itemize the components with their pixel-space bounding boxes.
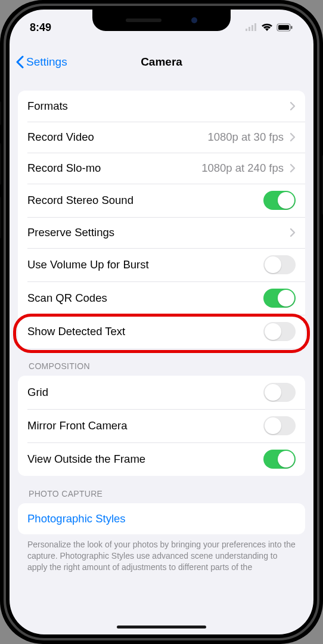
row-preserve-settings[interactable]: Preserve Settings [18,217,305,248]
svg-rect-5 [278,25,289,30]
label: Use Volume Up for Burst [27,258,257,271]
row-view-outside-frame: View Outside the Frame [18,442,305,476]
wifi-icon [261,23,273,32]
chevron-right-icon [290,163,296,173]
label: Record Video [27,131,201,144]
row-formats[interactable]: Formats [18,91,305,122]
label: View Outside the Frame [27,453,257,466]
svg-rect-1 [249,27,250,31]
section-header-photo-capture: PHOTO CAPTURE [12,476,311,503]
section-footer-text: Personalize the look of your photos by b… [12,534,311,573]
svg-rect-2 [251,25,253,31]
back-label: Settings [26,55,67,69]
row-volume-up-burst: Use Volume Up for Burst [18,248,305,281]
cellular-icon [246,23,257,32]
back-button[interactable]: Settings [15,55,67,69]
row-show-detected-text: Show Detected Text [18,315,305,348]
nav-bar: Settings Camera [10,48,313,76]
label: Show Detected Text [27,325,257,338]
label: Scan QR Codes [27,292,257,305]
chevron-right-icon [290,228,296,237]
label: Record Slo-mo [27,162,195,175]
label: Grid [27,386,257,399]
toggle-scan-qr[interactable] [263,289,296,308]
toggle-volume-up-burst[interactable] [263,255,296,274]
svg-rect-6 [291,26,293,29]
value: 1080p at 240 fps [201,162,284,175]
status-time: 8:49 [30,21,51,34]
screen: 8:49 Settings Camera [10,10,313,634]
battery-icon [277,23,293,32]
label: Mirror Front Camera [27,419,257,432]
svg-rect-0 [246,29,247,31]
toggle-view-outside-frame[interactable] [263,450,296,469]
notch [92,10,231,31]
row-grid: Grid [18,376,305,409]
toggle-mirror-front[interactable] [263,416,296,435]
chevron-left-icon [15,55,24,69]
row-stereo-sound: Record Stereo Sound [18,184,305,217]
toggle-stereo-sound[interactable] [263,191,296,210]
chevron-right-icon [290,132,296,142]
section-header-composition: COMPOSITION [12,348,311,376]
label: Formats [27,100,284,113]
row-record-video[interactable]: Record Video 1080p at 30 fps [18,122,305,153]
home-indicator[interactable] [117,626,206,628]
label: Record Stereo Sound [27,194,257,207]
row-photographic-styles[interactable]: Photographic Styles [18,503,305,534]
row-mirror-front: Mirror Front Camera [18,409,305,442]
chevron-right-icon [290,101,296,111]
row-record-slomo[interactable]: Record Slo-mo 1080p at 240 fps [18,153,305,184]
settings-group-composition: Grid Mirror Front Camera View Outside th… [18,376,305,476]
toggle-show-detected-text[interactable] [263,322,296,341]
toggle-grid[interactable] [263,383,296,402]
svg-rect-3 [254,23,256,31]
link-label: Photographic Styles [27,512,126,525]
row-scan-qr: Scan QR Codes [18,281,305,315]
settings-group-main: Formats Record Video 1080p at 30 fps Rec… [18,91,305,348]
label: Preserve Settings [27,226,284,239]
value: 1080p at 30 fps [207,131,284,144]
settings-group-photo-capture: Photographic Styles [18,503,305,534]
